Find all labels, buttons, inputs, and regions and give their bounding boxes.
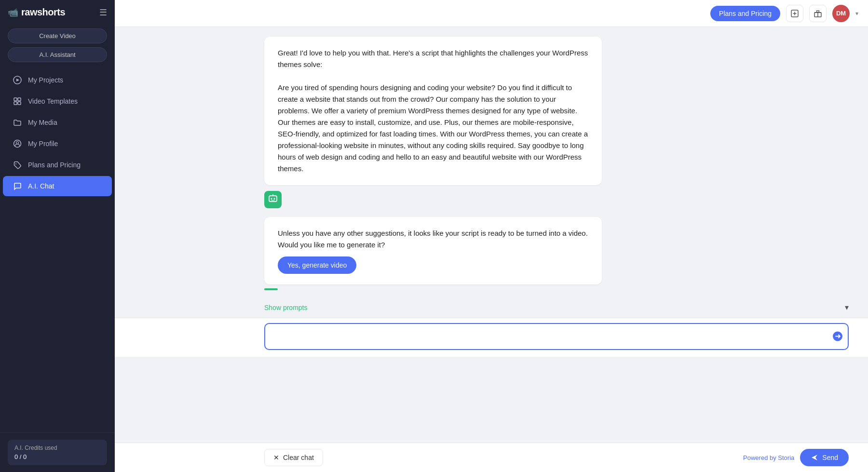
- sidebar-item-label: Plans and Pricing: [28, 161, 81, 169]
- message-1-intro: Great! I'd love to help you with that. H…: [278, 47, 588, 70]
- credits-box: A.I. Credits used 0 / 0: [8, 440, 107, 465]
- clear-chat-x-icon: ✕: [273, 454, 279, 461]
- avatar-button[interactable]: DM: [832, 5, 850, 22]
- show-prompts-text[interactable]: Show prompts: [264, 304, 307, 311]
- sidebar-item-my-projects[interactable]: My Projects: [3, 70, 112, 90]
- sidebar-footer: A.I. Credits used 0 / 0: [0, 432, 115, 472]
- generate-video-button[interactable]: Yes, generate video: [278, 256, 356, 274]
- sidebar-item-my-media[interactable]: My Media: [3, 112, 112, 133]
- bottom-bar: ✕ Clear chat Powered by Storia Send: [115, 443, 868, 472]
- sidebar-item-ai-chat[interactable]: A.I. Chat: [3, 176, 112, 196]
- circle-play-icon: [13, 75, 22, 85]
- powered-by-text: Powered by Storia: [743, 454, 794, 461]
- input-send-icon[interactable]: [832, 331, 843, 344]
- message-2-text: Unless you have any other suggestions, i…: [278, 228, 588, 251]
- sidebar-item-label: My Projects: [28, 76, 63, 84]
- svg-marker-1: [16, 79, 19, 81]
- user-circle-icon: [13, 139, 22, 148]
- credits-value: 0 / 0: [14, 453, 100, 460]
- logo-text: rawshorts: [21, 7, 65, 18]
- sidebar-nav: My Projects Video Templates My Media My …: [0, 68, 115, 432]
- logo-area: 📹 rawshorts: [8, 7, 95, 18]
- show-prompts-chevron-icon[interactable]: ▾: [845, 303, 849, 312]
- svg-point-14: [272, 194, 273, 195]
- ai-assistant-button[interactable]: A.I. Assistant: [8, 47, 107, 62]
- main-content: Plans and Pricing DM ▾ Great! I'd love t…: [115, 0, 868, 472]
- svg-point-13: [274, 198, 275, 199]
- topbar: Plans and Pricing DM ▾: [115, 0, 868, 27]
- sidebar-item-label: My Media: [28, 119, 57, 126]
- create-video-button[interactable]: Create Video: [8, 28, 107, 43]
- bot-avatar-icon: [268, 193, 278, 206]
- sidebar-header: 📹 rawshorts ☰: [0, 0, 115, 25]
- message-2-container: Unless you have any other suggestions, i…: [115, 217, 868, 297]
- sidebar-item-plans-pricing[interactable]: Plans and Pricing: [3, 155, 112, 175]
- chat-icon: [13, 181, 22, 191]
- chat-bubble-2: Unless you have any other suggestions, i…: [264, 217, 602, 284]
- chat-area: Great! I'd love to help you with that. H…: [115, 27, 868, 443]
- chat-input-wrapper: [264, 323, 849, 352]
- clear-chat-button[interactable]: ✕ Clear chat: [264, 449, 323, 466]
- svg-rect-5: [18, 102, 21, 105]
- message-1-body: Are you tired of spending hours designin…: [278, 82, 588, 175]
- sidebar-buttons: Create Video A.I. Assistant: [0, 25, 115, 68]
- folder-icon: [13, 118, 22, 127]
- add-icon-button[interactable]: [786, 5, 803, 22]
- tag-icon: [13, 160, 22, 170]
- grid-icon: [13, 96, 22, 106]
- credits-title: A.I. Credits used: [14, 445, 100, 451]
- hamburger-icon[interactable]: ☰: [99, 7, 107, 18]
- avatar-chevron-icon[interactable]: ▾: [855, 10, 858, 17]
- green-bar: [264, 288, 278, 290]
- svg-point-8: [15, 163, 16, 164]
- chat-bubble-1: Great! I'd love to help you with that. H…: [264, 37, 602, 185]
- plans-pricing-button[interactable]: Plans and Pricing: [710, 6, 780, 21]
- svg-rect-4: [14, 102, 17, 105]
- sidebar-item-my-profile[interactable]: My Profile: [3, 134, 112, 154]
- chat-input[interactable]: [264, 323, 849, 350]
- sidebar: 📹 rawshorts ☰ Create Video A.I. Assistan…: [0, 0, 115, 472]
- gift-icon-button[interactable]: [809, 5, 827, 22]
- svg-rect-3: [18, 98, 21, 101]
- show-prompts-bar[interactable]: Show prompts ▾: [115, 297, 868, 318]
- svg-point-12: [271, 198, 272, 199]
- send-button-label: Send: [822, 454, 838, 461]
- svg-point-7: [16, 142, 19, 144]
- sidebar-item-video-templates[interactable]: Video Templates: [3, 91, 112, 111]
- message-1-container: Great! I'd love to help you with that. H…: [115, 37, 868, 213]
- send-button[interactable]: Send: [800, 449, 849, 466]
- sidebar-item-label: My Profile: [28, 140, 58, 148]
- clear-chat-label: Clear chat: [283, 454, 314, 461]
- input-area: [115, 318, 868, 357]
- logo-icon: 📹: [8, 7, 18, 18]
- sidebar-item-label: Video Templates: [28, 97, 78, 105]
- svg-rect-2: [14, 98, 17, 101]
- sidebar-item-label: A.I. Chat: [28, 182, 54, 190]
- bot-avatar-1: [264, 191, 282, 208]
